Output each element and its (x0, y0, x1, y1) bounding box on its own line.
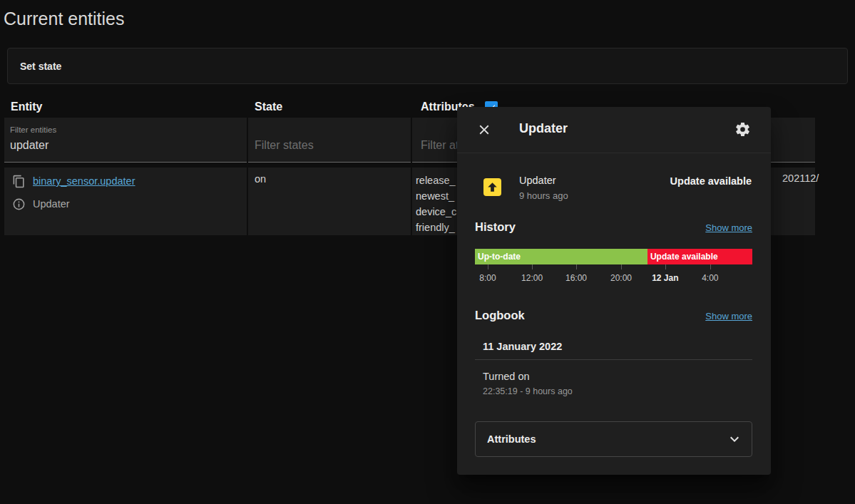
dialog-header: Updater (457, 107, 771, 153)
set-state-panel[interactable]: Set state (7, 48, 848, 84)
logbook-entry-event: Turned on (483, 371, 530, 382)
axis-tick (576, 264, 577, 269)
logbook-show-more-link[interactable]: Show more (705, 311, 752, 322)
attribute-fragment: 202112/ (782, 173, 819, 184)
entity-dialog: Updater Updater 9 hours ago Update avail… (457, 107, 771, 475)
history-segment-update-available: Update available (647, 249, 752, 264)
chevron-down-icon (726, 431, 743, 448)
attributes-panel-label: Attributes (487, 433, 536, 445)
attributes-text: release_ newest_ device_c friendly_ (416, 173, 456, 235)
updater-entity-icon (483, 178, 501, 196)
logbook-entry-time: 22:35:19 - 9 hours ago (483, 386, 573, 396)
table-row-entity-cell: binary_sensor.updater Updater (4, 168, 247, 235)
dialog-title: Updater (519, 121, 568, 136)
attribute-line: friendly_ (416, 220, 456, 235)
history-axis-ticks (475, 264, 752, 270)
attributes-expansion-panel[interactable]: Attributes (475, 421, 752, 457)
axis-label: 8:00 (479, 273, 496, 283)
table-row-state-cell: on (248, 168, 411, 235)
arrow-up-box-icon (486, 180, 499, 194)
history-heading: History (475, 220, 516, 234)
set-state-label: Set state (20, 61, 61, 72)
axis-tick (710, 264, 711, 269)
page-title: Current entities (4, 9, 125, 29)
history-segment-label: Up-to-date (478, 252, 521, 262)
axis-label: 20:00 (610, 273, 632, 283)
axis-tick (621, 264, 622, 269)
column-header-state: State (255, 101, 282, 113)
axis-tick (665, 264, 666, 269)
filter-entities-label: Filter entities (10, 125, 56, 134)
history-show-more-link[interactable]: Show more (705, 222, 752, 233)
axis-label: 12:00 (521, 273, 543, 283)
info-icon[interactable] (12, 197, 26, 211)
axis-label: 16:00 (565, 273, 587, 283)
attribute-line: release_ (416, 173, 456, 188)
logbook-heading: Logbook (475, 309, 525, 322)
axis-label-date: 12 Jan (652, 273, 678, 283)
attribute-line: newest_ (416, 188, 456, 204)
axis-label: 4:00 (702, 273, 718, 283)
logbook-date-header: 11 January 2022 (483, 341, 562, 352)
filter-states-cell (248, 118, 411, 163)
dialog-entity-name: Updater (519, 175, 556, 186)
entity-state: on (255, 173, 266, 185)
gear-icon[interactable] (734, 121, 751, 138)
dialog-entity-state: Update available (670, 175, 752, 187)
entity-name: Updater (33, 198, 70, 210)
entity-id-link[interactable]: binary_sensor.updater (33, 175, 135, 187)
attribute-line: device_c (416, 204, 456, 220)
filter-states-input[interactable] (255, 139, 404, 152)
history-segment-up-to-date: Up-to-date (475, 249, 647, 264)
history-axis-labels: 8:00 12:00 16:00 20:00 12 Jan 4:00 (475, 273, 752, 284)
column-header-entity: Entity (11, 101, 42, 113)
axis-tick (488, 264, 488, 269)
history-timeline: Up-to-date Update available (475, 249, 752, 264)
dialog-entity-last-changed: 9 hours ago (519, 190, 568, 201)
history-segment-label: Update available (650, 252, 718, 262)
copy-entity-id-icon[interactable] (12, 175, 26, 188)
axis-tick (532, 264, 533, 269)
logbook-divider (475, 359, 752, 360)
close-icon[interactable] (476, 122, 492, 138)
filter-entities-input[interactable] (10, 139, 233, 152)
filter-entities-cell: Filter entities (4, 118, 247, 163)
